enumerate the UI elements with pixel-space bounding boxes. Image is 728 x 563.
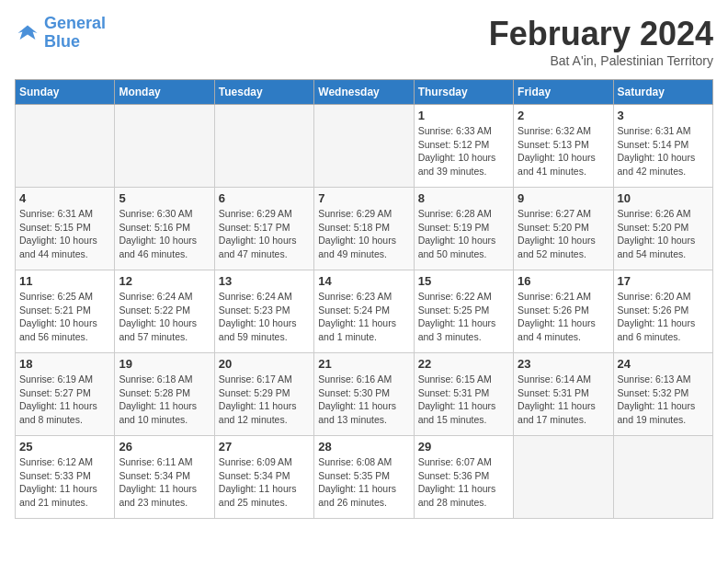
calendar-cell: 4Sunrise: 6:31 AM Sunset: 5:15 PM Daylig… bbox=[16, 188, 115, 270]
day-info: Sunrise: 6:25 AM Sunset: 5:21 PM Dayligh… bbox=[19, 290, 110, 344]
calendar-cell bbox=[214, 105, 313, 188]
calendar-week-row: 1Sunrise: 6:33 AM Sunset: 5:12 PM Daylig… bbox=[16, 105, 713, 188]
weekday-header: Friday bbox=[514, 80, 613, 105]
day-info: Sunrise: 6:23 AM Sunset: 5:24 PM Dayligh… bbox=[318, 290, 409, 344]
day-number: 19 bbox=[119, 357, 210, 371]
calendar-cell: 14Sunrise: 6:23 AM Sunset: 5:24 PM Dayli… bbox=[314, 270, 414, 353]
day-number: 7 bbox=[318, 191, 409, 205]
day-info: Sunrise: 6:09 AM Sunset: 5:34 PM Dayligh… bbox=[219, 455, 310, 510]
calendar-cell: 1Sunrise: 6:33 AM Sunset: 5:12 PM Daylig… bbox=[414, 105, 513, 188]
day-number: 18 bbox=[19, 357, 110, 371]
svg-marker-0 bbox=[18, 25, 38, 39]
calendar-cell: 8Sunrise: 6:28 AM Sunset: 5:19 PM Daylig… bbox=[414, 188, 513, 270]
day-number: 28 bbox=[318, 440, 409, 454]
day-info: Sunrise: 6:19 AM Sunset: 5:27 PM Dayligh… bbox=[19, 373, 110, 427]
calendar-cell: 20Sunrise: 6:17 AM Sunset: 5:29 PM Dayli… bbox=[214, 353, 313, 436]
calendar-week-row: 4Sunrise: 6:31 AM Sunset: 5:15 PM Daylig… bbox=[16, 188, 713, 270]
weekday-header-row: SundayMondayTuesdayWednesdayThursdayFrid… bbox=[16, 80, 713, 105]
calendar-header: SundayMondayTuesdayWednesdayThursdayFrid… bbox=[16, 80, 713, 105]
calendar-cell: 10Sunrise: 6:26 AM Sunset: 5:20 PM Dayli… bbox=[613, 188, 712, 270]
weekday-header: Saturday bbox=[613, 80, 712, 105]
day-info: Sunrise: 6:22 AM Sunset: 5:25 PM Dayligh… bbox=[418, 290, 509, 344]
day-info: Sunrise: 6:29 AM Sunset: 5:18 PM Dayligh… bbox=[318, 207, 409, 261]
day-number: 8 bbox=[418, 191, 509, 205]
calendar-cell: 26Sunrise: 6:11 AM Sunset: 5:34 PM Dayli… bbox=[115, 436, 214, 519]
calendar-cell: 15Sunrise: 6:22 AM Sunset: 5:25 PM Dayli… bbox=[414, 270, 513, 353]
day-info: Sunrise: 6:15 AM Sunset: 5:31 PM Dayligh… bbox=[418, 373, 509, 427]
weekday-header: Monday bbox=[115, 80, 214, 105]
calendar-cell: 5Sunrise: 6:30 AM Sunset: 5:16 PM Daylig… bbox=[115, 188, 214, 270]
day-number: 29 bbox=[418, 440, 509, 454]
calendar-cell: 2Sunrise: 6:32 AM Sunset: 5:13 PM Daylig… bbox=[514, 105, 613, 188]
calendar-body: 1Sunrise: 6:33 AM Sunset: 5:12 PM Daylig… bbox=[16, 105, 713, 519]
calendar-week-row: 11Sunrise: 6:25 AM Sunset: 5:21 PM Dayli… bbox=[16, 270, 713, 353]
calendar-cell: 28Sunrise: 6:08 AM Sunset: 5:35 PM Dayli… bbox=[314, 436, 414, 519]
day-number: 6 bbox=[219, 191, 310, 205]
day-number: 5 bbox=[119, 191, 210, 205]
day-number: 16 bbox=[518, 274, 609, 288]
calendar-cell: 25Sunrise: 6:12 AM Sunset: 5:33 PM Dayli… bbox=[16, 436, 115, 519]
weekday-header: Wednesday bbox=[314, 80, 414, 105]
day-info: Sunrise: 6:32 AM Sunset: 5:13 PM Dayligh… bbox=[518, 124, 609, 178]
day-info: Sunrise: 6:20 AM Sunset: 5:26 PM Dayligh… bbox=[618, 290, 709, 344]
day-info: Sunrise: 6:24 AM Sunset: 5:23 PM Dayligh… bbox=[219, 290, 310, 344]
day-number: 23 bbox=[518, 357, 609, 371]
calendar-cell: 17Sunrise: 6:20 AM Sunset: 5:26 PM Dayli… bbox=[613, 270, 712, 353]
weekday-header: Sunday bbox=[16, 80, 115, 105]
day-number: 13 bbox=[219, 274, 310, 288]
day-number: 26 bbox=[119, 440, 210, 454]
day-number: 20 bbox=[219, 357, 310, 371]
day-number: 25 bbox=[19, 440, 110, 454]
day-info: Sunrise: 6:13 AM Sunset: 5:32 PM Dayligh… bbox=[618, 373, 709, 427]
calendar-cell: 23Sunrise: 6:14 AM Sunset: 5:31 PM Dayli… bbox=[514, 353, 613, 436]
day-number: 11 bbox=[19, 274, 110, 288]
calendar-cell bbox=[16, 105, 115, 188]
day-number: 17 bbox=[618, 274, 709, 288]
calendar-cell bbox=[613, 436, 712, 519]
day-info: Sunrise: 6:33 AM Sunset: 5:12 PM Dayligh… bbox=[418, 124, 509, 178]
calendar-cell: 21Sunrise: 6:16 AM Sunset: 5:30 PM Dayli… bbox=[314, 353, 414, 436]
day-info: Sunrise: 6:30 AM Sunset: 5:16 PM Dayligh… bbox=[119, 207, 210, 261]
day-number: 2 bbox=[518, 109, 609, 122]
day-info: Sunrise: 6:26 AM Sunset: 5:20 PM Dayligh… bbox=[618, 207, 709, 261]
weekday-header: Tuesday bbox=[214, 80, 313, 105]
logo-bird-icon bbox=[15, 20, 40, 46]
day-info: Sunrise: 6:08 AM Sunset: 5:35 PM Dayligh… bbox=[318, 455, 409, 510]
day-number: 24 bbox=[618, 357, 709, 371]
day-number: 12 bbox=[119, 274, 210, 288]
day-info: Sunrise: 6:31 AM Sunset: 5:15 PM Dayligh… bbox=[19, 207, 110, 261]
day-number: 4 bbox=[19, 191, 110, 205]
day-info: Sunrise: 6:12 AM Sunset: 5:33 PM Dayligh… bbox=[19, 455, 110, 510]
day-info: Sunrise: 6:16 AM Sunset: 5:30 PM Dayligh… bbox=[318, 373, 409, 427]
day-number: 10 bbox=[618, 191, 709, 205]
day-info: Sunrise: 6:29 AM Sunset: 5:17 PM Dayligh… bbox=[219, 207, 310, 261]
day-number: 15 bbox=[418, 274, 509, 288]
calendar-cell: 22Sunrise: 6:15 AM Sunset: 5:31 PM Dayli… bbox=[414, 353, 513, 436]
calendar-cell: 29Sunrise: 6:07 AM Sunset: 5:36 PM Dayli… bbox=[414, 436, 513, 519]
day-info: Sunrise: 6:14 AM Sunset: 5:31 PM Dayligh… bbox=[518, 373, 609, 427]
day-number: 14 bbox=[318, 274, 409, 288]
day-info: Sunrise: 6:28 AM Sunset: 5:19 PM Dayligh… bbox=[418, 207, 509, 261]
day-info: Sunrise: 6:27 AM Sunset: 5:20 PM Dayligh… bbox=[518, 207, 609, 261]
day-info: Sunrise: 6:21 AM Sunset: 5:26 PM Dayligh… bbox=[518, 290, 609, 344]
calendar-cell: 18Sunrise: 6:19 AM Sunset: 5:27 PM Dayli… bbox=[16, 353, 115, 436]
calendar-cell: 27Sunrise: 6:09 AM Sunset: 5:34 PM Dayli… bbox=[214, 436, 313, 519]
calendar-cell: 13Sunrise: 6:24 AM Sunset: 5:23 PM Dayli… bbox=[214, 270, 313, 353]
calendar-cell bbox=[115, 105, 214, 188]
calendar-cell: 6Sunrise: 6:29 AM Sunset: 5:17 PM Daylig… bbox=[214, 188, 313, 270]
calendar-cell bbox=[514, 436, 613, 519]
day-info: Sunrise: 6:31 AM Sunset: 5:14 PM Dayligh… bbox=[618, 124, 709, 178]
day-info: Sunrise: 6:24 AM Sunset: 5:22 PM Dayligh… bbox=[119, 290, 210, 344]
calendar-cell: 7Sunrise: 6:29 AM Sunset: 5:18 PM Daylig… bbox=[314, 188, 414, 270]
day-number: 27 bbox=[219, 440, 310, 454]
calendar-cell: 12Sunrise: 6:24 AM Sunset: 5:22 PM Dayli… bbox=[115, 270, 214, 353]
calendar-cell bbox=[314, 105, 414, 188]
calendar-week-row: 18Sunrise: 6:19 AM Sunset: 5:27 PM Dayli… bbox=[16, 353, 713, 436]
day-number: 21 bbox=[318, 357, 409, 371]
calendar-cell: 3Sunrise: 6:31 AM Sunset: 5:14 PM Daylig… bbox=[613, 105, 712, 188]
logo-text: General Blue bbox=[44, 15, 106, 52]
calendar-week-row: 25Sunrise: 6:12 AM Sunset: 5:33 PM Dayli… bbox=[16, 436, 713, 519]
calendar-cell: 19Sunrise: 6:18 AM Sunset: 5:28 PM Dayli… bbox=[115, 353, 214, 436]
day-info: Sunrise: 6:17 AM Sunset: 5:29 PM Dayligh… bbox=[219, 373, 310, 427]
calendar-cell: 16Sunrise: 6:21 AM Sunset: 5:26 PM Dayli… bbox=[514, 270, 613, 353]
